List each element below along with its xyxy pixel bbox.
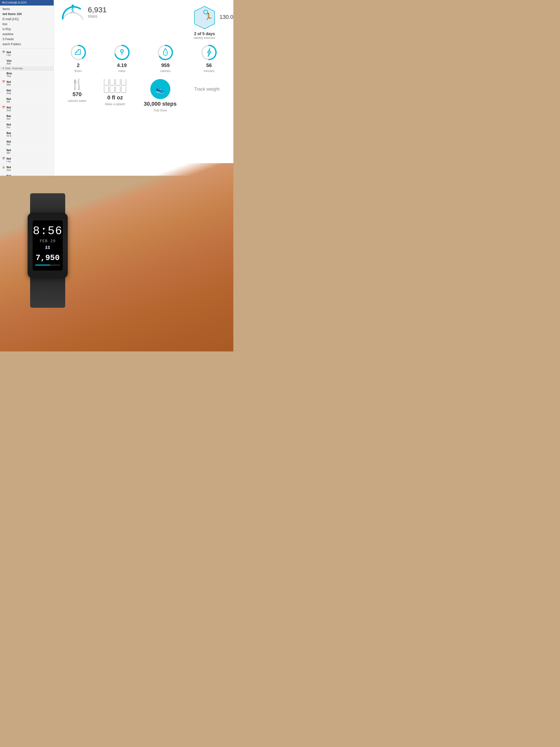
steps-arc-svg	[60, 4, 85, 20]
list-item[interactable]: Nol Nol	[0, 139, 54, 147]
email-sender: Nol	[6, 106, 52, 109]
email-item-content: Bria Tha	[6, 72, 52, 78]
email-item-content: Vict Alth	[6, 59, 52, 65]
email-subject: Sub	[6, 109, 52, 112]
watch-progress-fill	[35, 264, 50, 265]
stats-row: 2 floors 4.19 miles	[54, 40, 233, 74]
email-subject: Alth	[6, 62, 52, 65]
miles-arc-svg	[113, 44, 131, 61]
badge-name: Trail Shoe	[153, 109, 167, 112]
food-calories-value: 570	[73, 91, 82, 98]
steps-unit: steps	[88, 14, 107, 19]
fitbit-watch: 8:56 FEB 29 7,950	[23, 193, 73, 306]
email-sidebar: McCorkle@LA.GOV Items ted Items 104 E-ma…	[0, 0, 54, 176]
list-item[interactable]: 📅 Nol Sub	[0, 105, 54, 113]
stat-calories: 959 calories	[156, 44, 175, 73]
food-calories-label: calories eaten	[68, 99, 86, 103]
nav-is-roy[interactable]: is Roy	[0, 27, 54, 32]
exercise-days-value: 2 of 5 days	[194, 32, 215, 36]
calories-arc-svg	[156, 44, 175, 61]
email-sender: Nol	[6, 140, 52, 143]
watch-steps-value: 7,950	[36, 253, 60, 262]
list-item[interactable]: Bat Hi N	[0, 130, 54, 139]
nav-search-folders[interactable]: earch Folders	[0, 42, 54, 47]
list-item[interactable]: Bar Nol	[0, 113, 54, 122]
email-sender: Vict	[6, 59, 52, 62]
nav-inbox[interactable]: box	[0, 22, 54, 27]
email-item-content: Nol I ha	[6, 51, 52, 56]
watch-time-display: 8:56	[33, 225, 62, 237]
email-item-content: Nol Fro	[6, 123, 52, 129]
email-subject: I ha	[6, 54, 52, 56]
nav-quarantine[interactable]: arantine	[0, 32, 54, 37]
nav-items[interactable]: Items	[0, 6, 54, 11]
track-weight-label: Track weight	[194, 86, 219, 92]
email-subject: We	[6, 100, 52, 103]
watch-body: 8:56 FEB 29 7,950	[28, 213, 68, 278]
list-item[interactable]: Bria Tha	[0, 71, 54, 79]
list-item[interactable]: 📅 Nol Afte	[0, 79, 54, 87]
steps-count-area: 6,931 steps	[88, 5, 107, 19]
email-sender: Nol	[6, 149, 52, 152]
water-glasses-grid	[104, 79, 126, 93]
watch-screen: 8:56 FEB 29 7,950	[33, 221, 63, 271]
nav-email[interactable]: E-mail [141]	[0, 17, 54, 22]
glass-4	[121, 79, 126, 85]
email-item-content: Nol Afte	[6, 80, 52, 86]
watch-band-top	[30, 193, 65, 213]
steps-value: 6,931	[88, 5, 107, 14]
email-subject: Nol	[6, 143, 52, 146]
glass-6	[110, 86, 115, 93]
email-subject: Sub	[6, 92, 52, 95]
email-sender: Nol	[6, 97, 52, 100]
shoe-icon: 👟	[156, 85, 165, 94]
email-navigation: Items ted Items 104 E-mail [141] box is …	[0, 5, 54, 48]
calories-active-value: 959	[161, 62, 169, 68]
stat-water: 0 fl oz Make a splash!	[104, 79, 126, 112]
email-item-content: Nol We	[6, 97, 52, 103]
list-item[interactable]: Nol Fro	[0, 122, 54, 130]
svg-point-0	[72, 4, 74, 7]
extra-value: 130.0	[219, 14, 233, 20]
steps-left: 6,931 steps	[58, 2, 179, 40]
calendar-icon: 📅	[2, 157, 5, 160]
steps-display: 6,931 steps	[60, 4, 107, 20]
email-sender: Nol	[6, 51, 52, 54]
svg-point-19	[48, 246, 50, 247]
fitbit-dashboard: 6,931 steps 🏃 2 of 5 days week	[54, 0, 233, 176]
email-item-content: Nol Nol	[6, 140, 52, 146]
exercise-hex-svg: 🏃	[193, 5, 216, 30]
floors-label: floors	[75, 69, 82, 73]
floors-arc-svg	[69, 44, 87, 61]
monitor: McCorkle@LA.GOV Items ted Items 104 E-ma…	[0, 0, 233, 176]
badge-icon-circle: 👟	[150, 79, 170, 99]
svg-point-18	[46, 246, 47, 247]
email-sender: Bat	[6, 131, 52, 134]
nav-divider	[0, 48, 54, 49]
email-item-content: Nol Sub	[6, 89, 52, 95]
minutes-arc-svg	[200, 44, 218, 61]
food-icon: 🍴	[71, 79, 84, 89]
list-item[interactable]: 📅 Nol I ha	[0, 49, 54, 58]
email-account-label: McCorkle@LA.GOV	[2, 1, 27, 4]
stat-minutes: 56 minutes	[200, 44, 218, 73]
list-item[interactable]: Nol Sub	[0, 87, 54, 96]
list-item[interactable]: Nol Wh	[0, 147, 54, 156]
email-sender: Bar	[6, 114, 52, 118]
email-subject: Wh	[6, 152, 52, 154]
stat-track-weight: Track weight	[194, 79, 219, 112]
watch-steps-svg	[45, 246, 51, 250]
stat-food: 🍴 570 calories eaten	[68, 79, 86, 112]
email-item-content: Nol Sub	[6, 106, 52, 112]
list-item[interactable]: Nol We	[0, 96, 54, 105]
miles-label: miles	[118, 69, 126, 73]
email-item-content: Bat Hi N	[6, 131, 52, 137]
exercise-section: 🏃 2 of 5 days weekly exercise	[179, 2, 230, 40]
email-sender: Nol	[6, 89, 52, 92]
exercise-hex-container: 🏃	[193, 5, 216, 31]
water-value: 0 fl oz	[107, 94, 123, 101]
email-subject: Hi N	[6, 134, 52, 137]
nav-rss-feeds[interactable]: S Feeds	[0, 37, 54, 42]
list-item[interactable]: Vict Alth	[0, 58, 54, 67]
nav-flagged-items[interactable]: ted Items 104	[0, 11, 54, 17]
